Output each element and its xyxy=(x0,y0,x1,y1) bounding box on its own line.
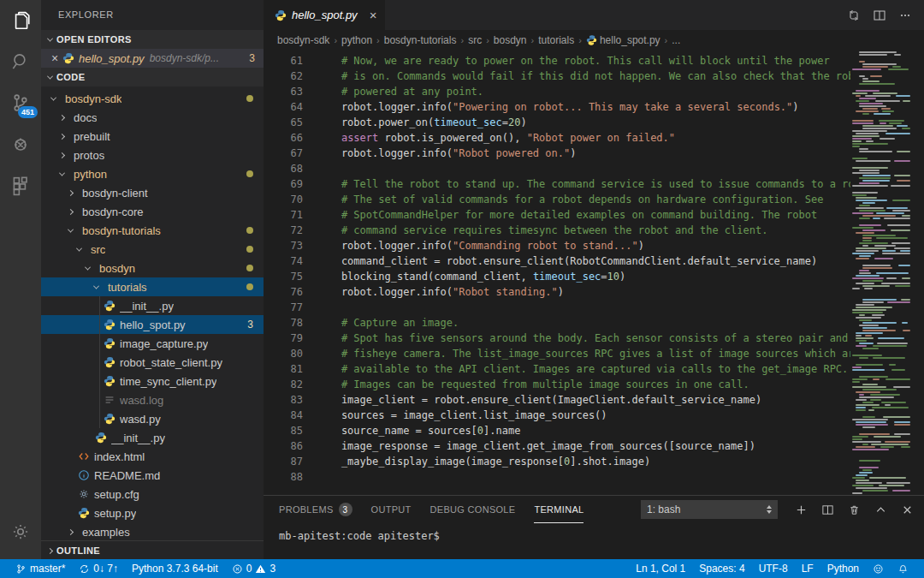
tab-hello-spot[interactable]: hello_spot.py × xyxy=(264,0,385,30)
open-changes-icon[interactable] xyxy=(847,9,861,22)
code-line-67[interactable]: 67 robot.logger.info("Robot powered on."… xyxy=(274,146,850,161)
split-editor-icon[interactable] xyxy=(873,9,886,22)
status-git-branch[interactable]: master* xyxy=(9,559,72,578)
status-problems[interactable]: 03 xyxy=(225,559,282,578)
code-line-64[interactable]: 64 robot.logger.info("Powering on robot.… xyxy=(274,99,850,115)
code-line-61[interactable]: 61 # Now, we are ready to power on the r… xyxy=(274,53,850,69)
breadcrumb-item-python[interactable]: python xyxy=(341,34,372,46)
tree-file-readme-md[interactable]: README.md xyxy=(41,466,264,485)
tree-folder-prebuilt[interactable]: prebuilt xyxy=(41,127,264,146)
tree-folder-tutorials[interactable]: tutorials xyxy=(41,277,264,296)
breadcrumb-item--[interactable]: ... xyxy=(672,34,680,46)
code-line-88[interactable]: 88 xyxy=(274,469,850,485)
open-editor-item[interactable]: × hello_spot.py bosdyn-sdk/p... 3 xyxy=(41,49,264,68)
status-cursor-position[interactable]: Ln 1, Col 1 xyxy=(629,559,692,578)
code-line-87[interactable]: 87 _maybe_display_image(image_response[0… xyxy=(274,454,850,469)
status-language-mode[interactable]: Python xyxy=(820,559,866,578)
tree-file--init-py[interactable]: __init__.py xyxy=(41,296,264,315)
code-line-83[interactable]: 83 image_client = robot.ensure_client(Im… xyxy=(274,392,850,408)
tree-file-setup-cfg[interactable]: setup.cfg xyxy=(41,485,264,504)
code-line-75[interactable]: 75 blocking_stand(command_client, timeou… xyxy=(274,269,850,284)
code-line-84[interactable]: 84 sources = image_client.list_image_sou… xyxy=(274,408,850,423)
tree-folder-bosdyn-core[interactable]: bosdyn-core xyxy=(41,202,264,221)
code-line-62[interactable]: 62 # is on. Commands would fail if this … xyxy=(274,69,850,84)
code-line-73[interactable]: 73 robot.logger.info("Commanding robot t… xyxy=(274,238,850,253)
code-content[interactable]: 61 # Now, we are ready to power on the r… xyxy=(264,50,850,495)
code-line-72[interactable]: 72 # command service requires timesync b… xyxy=(274,223,850,238)
code-line-68[interactable]: 68 xyxy=(274,161,850,176)
status-notifications[interactable] xyxy=(891,559,915,578)
explorer-icon[interactable] xyxy=(0,0,41,41)
breadcrumb-item-hello-spot-py[interactable]: hello_spot.py xyxy=(586,33,660,46)
code-line-70[interactable]: 70 # The set of valid commands for a rob… xyxy=(274,192,850,207)
tree-file-robot-state-client-py[interactable]: robot_state_client.py xyxy=(41,353,264,372)
open-editors-header[interactable]: OPEN EDITORS xyxy=(41,30,264,49)
editor-scrollbar[interactable] xyxy=(914,50,924,495)
code-line-71[interactable]: 71 # SpotCommandHelper for more detailed… xyxy=(274,207,850,223)
tree-folder-protos[interactable]: protos xyxy=(41,146,264,164)
code-line-85[interactable]: 85 source_name = sources[0].name xyxy=(274,423,850,438)
breadcrumb-item-bosdyn-tutorials[interactable]: bosdyn-tutorials xyxy=(384,34,457,46)
code-line-69[interactable]: 69 # Tell the robot to stand up. The com… xyxy=(274,176,850,192)
debug-icon[interactable] xyxy=(0,123,41,164)
tree-file-image-capture-py[interactable]: image_capture.py xyxy=(41,334,264,353)
status-encoding[interactable]: UTF-8 xyxy=(752,559,795,578)
tree-folder-bosdyn-tutorials[interactable]: bosdyn-tutorials xyxy=(41,221,264,240)
code-line-86[interactable]: 86 image_response = image_client.get_ima… xyxy=(274,438,850,454)
tree-folder-bosdyn-sdk[interactable]: bosdyn-sdk xyxy=(41,89,264,108)
code-line-77[interactable]: 77 xyxy=(274,300,850,315)
tree-folder-bosdyn-client[interactable]: bosdyn-client xyxy=(41,183,264,202)
tree-folder-docs[interactable]: docs xyxy=(41,108,264,127)
new-terminal-icon[interactable] xyxy=(795,504,808,516)
tree-file-index-html[interactable]: index.html xyxy=(41,447,264,466)
code-line-63[interactable]: 63 # powered at any point. xyxy=(274,84,850,99)
code-line-74[interactable]: 74 command_client = robot.ensure_client(… xyxy=(274,253,850,269)
status-eol[interactable]: LF xyxy=(795,559,820,578)
tree-file-hello-spot-py[interactable]: hello_spot.py3 xyxy=(41,315,264,334)
code-line-80[interactable]: 80 # fisheye camera. The list_image_sour… xyxy=(274,346,850,361)
panel-tab-problems[interactable]: PROBLEMS3 xyxy=(279,496,352,523)
terminal-output[interactable]: mb-apitest:code apitester$ xyxy=(264,523,924,542)
search-icon[interactable] xyxy=(0,41,41,82)
tree-file-wasd-log[interactable]: wasd.log xyxy=(41,390,264,409)
more-actions-icon[interactable] xyxy=(898,9,912,22)
code-line-76[interactable]: 76 robot.logger.info("Robot standing.") xyxy=(274,284,850,300)
breadcrumb-item-bosdyn[interactable]: bosdyn xyxy=(494,34,527,46)
panel-tab-terminal[interactable]: TERMINAL xyxy=(534,496,583,523)
kill-terminal-icon[interactable] xyxy=(848,504,861,516)
source-control-icon[interactable]: 451 xyxy=(0,82,41,123)
status-indentation[interactable]: Spaces: 4 xyxy=(692,559,751,578)
tree-folder-examples[interactable]: examples xyxy=(41,522,264,540)
tree-folder-bosdyn[interactable]: bosdyn xyxy=(41,259,264,277)
status-feedback[interactable] xyxy=(866,559,891,578)
tree-folder-python[interactable]: python xyxy=(41,164,264,183)
panel-tab-debug-console[interactable]: DEBUG CONSOLE xyxy=(430,496,516,523)
minimap[interactable] xyxy=(850,50,914,495)
code-section-header[interactable]: CODE xyxy=(41,68,264,86)
close-icon[interactable]: × xyxy=(48,51,62,65)
tree-file-time-sync-client-py[interactable]: time_sync_client.py xyxy=(41,372,264,390)
breadcrumb-item-tutorials[interactable]: tutorials xyxy=(538,34,574,46)
panel-tab-output[interactable]: OUTPUT xyxy=(371,496,412,523)
code-line-81[interactable]: 81 # available to the API client. Images… xyxy=(274,361,850,377)
status-python-interpreter[interactable]: Python 3.7.3 64-bit xyxy=(125,559,225,578)
outline-section-header[interactable]: OUTLINE xyxy=(41,540,264,559)
code-editor[interactable]: 61 # Now, we are ready to power on the r… xyxy=(264,50,924,495)
code-line-78[interactable]: 78 # Capture an image. xyxy=(274,315,850,331)
code-line-79[interactable]: 79 # Spot has five sensors around the bo… xyxy=(274,331,850,346)
extensions-icon[interactable] xyxy=(0,164,41,206)
tree-file-wasd-py[interactable]: wasd.py xyxy=(41,409,264,428)
code-line-66[interactable]: 66 assert robot.is_powered_on(), "Robot … xyxy=(274,130,850,146)
settings-gear-icon[interactable] xyxy=(0,511,41,552)
code-line-65[interactable]: 65 robot.power_on(timeout_sec=20) xyxy=(274,115,850,130)
terminal-shell-select[interactable]: 1: bash xyxy=(641,500,778,519)
close-panel-icon[interactable] xyxy=(901,504,914,516)
tree-file--init-py[interactable]: __init__.py xyxy=(41,428,264,447)
tree-folder-src[interactable]: src xyxy=(41,240,264,259)
breadcrumb-item-src[interactable]: src xyxy=(468,34,482,46)
tab-close-icon[interactable]: × xyxy=(370,8,377,22)
tree-file-setup-py[interactable]: setup.py xyxy=(41,504,264,522)
split-terminal-icon[interactable] xyxy=(821,504,834,516)
status-sync[interactable]: 0↓ 7↑ xyxy=(72,559,125,578)
breadcrumb-item-bosdyn-sdk[interactable]: bosdyn-sdk xyxy=(277,34,329,46)
